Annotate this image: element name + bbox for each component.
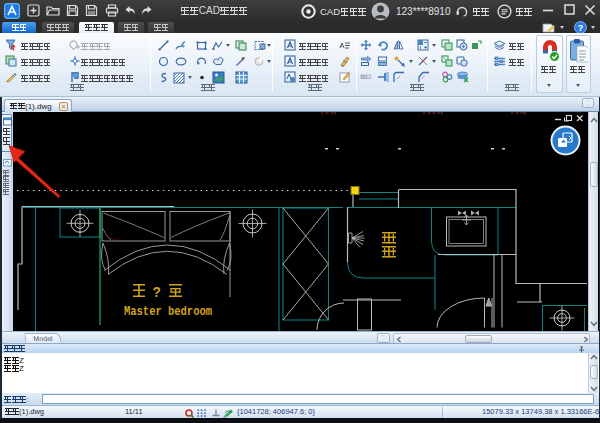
svg-text:Master bedroom: Master bedroom bbox=[124, 305, 212, 319]
svg-text:?: ? bbox=[153, 285, 161, 301]
svg-text:?: ? bbox=[578, 23, 584, 33]
